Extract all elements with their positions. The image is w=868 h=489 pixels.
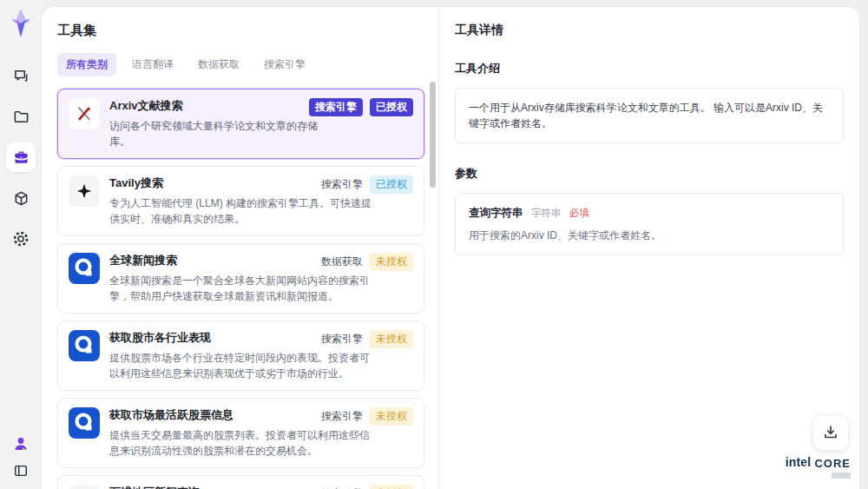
tab-data-acquisition[interactable]: 数据获取 [189, 53, 248, 76]
intel-core-sub-badge [832, 472, 851, 479]
main-card: 工具集 所有类别 语言翻译 数据获取 搜索引擎 Arxiv文献搜索 访问 [42, 7, 859, 489]
nav-models-button[interactable] [6, 183, 36, 213]
status-badge: 未授权 [370, 253, 413, 271]
category-label: 搜索引擎 [321, 330, 363, 348]
tool-description: 提供股票市场各个行业在特定时间段内的表现。投资者可以利用这些信息来识别表现优于或… [109, 350, 372, 381]
arxiv-logo-icon [69, 98, 100, 129]
tab-search-engine[interactable]: 搜索引擎 [255, 53, 314, 76]
nav-files-button[interactable] [6, 102, 36, 131]
tool-card-stock-sectors[interactable]: 获取股市各行业表现 提供股票市场各个行业在特定时间段内的表现。投资者可以利用这些… [57, 320, 424, 391]
cube-icon [13, 190, 30, 207]
user-avatar[interactable] [12, 435, 30, 453]
tool-detail-panel: 工具详情 工具介绍 一个用于从Arxiv存储库搜索科学论文和文章的工具。 输入可… [438, 7, 859, 489]
detail-title: 工具详情 [455, 23, 844, 38]
param-type: 字符串 [531, 208, 562, 218]
tab-language-translation[interactable]: 语言翻译 [123, 53, 182, 76]
nav-tools-button[interactable] [6, 142, 36, 172]
news-search-blue-logo-icon [69, 407, 100, 439]
tool-card-list: Arxiv文献搜索 访问各个研究领域大量科学论文和文章的存储库。 搜索引擎 已授… [57, 89, 424, 489]
category-label: 搜索引擎 [321, 485, 363, 489]
nav-chat-button[interactable] [6, 61, 36, 90]
tool-list-panel: 工具集 所有类别 语言翻译 数据获取 搜索引擎 Arxiv文献搜索 访问 [42, 7, 438, 489]
intro-box: 一个用于从Arxiv存储库搜索科学论文和文章的工具。 输入可以是Arxiv ID… [455, 88, 844, 143]
tool-description: 提供当天交易量最高的股票列表。投资者可以利用这些信息来识别流动性强的股票和潜在的… [109, 427, 372, 459]
app-logo [8, 9, 34, 38]
page-title: 工具集 [57, 23, 424, 39]
tool-card-active-stocks[interactable]: 获取市场最活跃股票信息 提供当天交易量最高的股票列表。投资者可以利用这些信息来识… [57, 398, 424, 468]
intel-brand-text: intel [786, 455, 812, 469]
param-name: 查询字符串 [469, 207, 523, 219]
category-label: 数据获取 [321, 253, 363, 271]
collapse-panel-icon[interactable] [13, 463, 29, 479]
status-badge: 已授权 [370, 175, 413, 194]
status-badge: 已授权 [370, 98, 413, 116]
status-badge: 未授权 [370, 407, 413, 426]
newspaper-icon [69, 485, 100, 489]
tool-description: 专为人工智能代理 (LLM) 构建的搜索引擎工具。可快速提供实时、准确和真实的结… [109, 195, 372, 227]
tool-card-tavily[interactable]: Tavily搜索 专为人工智能代理 (LLM) 构建的搜索引擎工具。可快速提供实… [57, 166, 424, 236]
news-search-blue-logo-icon [69, 253, 100, 284]
tool-card-arxiv[interactable]: Arxiv文献搜索 访问各个研究领域大量科学论文和文章的存储库。 搜索引擎 已授… [57, 89, 424, 159]
category-label: 搜索引擎 [321, 175, 363, 194]
toolbox-icon [13, 149, 30, 166]
rail-bottom [12, 435, 30, 479]
category-tabs: 所有类别 语言翻译 数据获取 搜索引擎 [57, 53, 424, 76]
download-icon [822, 424, 839, 441]
download-button[interactable] [812, 414, 849, 451]
category-label: 搜索引擎 [321, 407, 363, 426]
chat-icon [13, 68, 30, 84]
tavily-star-logo-icon [69, 175, 100, 207]
nav-settings-button[interactable] [6, 224, 36, 254]
tab-all-categories[interactable]: 所有类别 [57, 53, 116, 76]
param-box: 查询字符串 字符串 必填 用于搜索的Arxiv ID、关键字或作者姓名。 [455, 193, 844, 255]
param-description: 用于搜索的Arxiv ID、关键字或作者姓名。 [469, 228, 830, 243]
category-badge: 搜索引擎 [309, 98, 363, 116]
intel-core-logo: intel CORE [786, 455, 851, 479]
news-search-blue-logo-icon [69, 330, 100, 361]
param-required-flag: 必填 [569, 208, 589, 218]
list-scrollbar [430, 82, 436, 481]
intel-product-text: CORE [814, 457, 851, 470]
tool-card-global-news[interactable]: 全球新闻搜索 全球新闻搜索是一个聚合全球各大新闻网站内容的搜索引擎，帮助用户快速… [57, 243, 424, 314]
list-scrollbar-thumb[interactable] [430, 82, 436, 188]
folder-icon [13, 109, 30, 125]
settings-gear-icon [12, 230, 30, 248]
intro-heading: 工具介绍 [455, 61, 844, 76]
tool-description: 全球新闻搜索是一个聚合全球各大新闻网站内容的搜索引擎，帮助用户快速获取全球最新资… [109, 273, 372, 304]
params-heading: 参数 [455, 166, 844, 182]
tool-description: 访问各个研究领域大量科学论文和文章的存储库。 [109, 118, 326, 149]
status-badge: 未授权 [370, 330, 413, 348]
status-badge: 未授权 [370, 485, 413, 489]
tool-card-regional-news[interactable]: 万维地区新闻查询 查询具体行政区划内的新闻，快速了解各地新闻动态 搜索引擎 未授… [57, 475, 424, 489]
left-rail [0, 0, 42, 489]
